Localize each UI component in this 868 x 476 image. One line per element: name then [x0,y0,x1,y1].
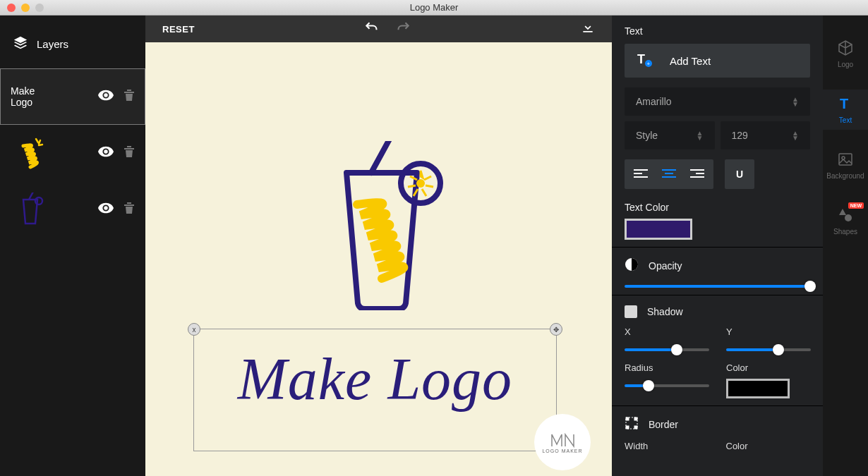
handle-delete[interactable]: x [188,323,200,336]
undo-button[interactable] [364,20,378,37]
style-label: Style [636,130,658,141]
layer-item-glass[interactable] [0,181,145,238]
size-select[interactable]: 129 ▲▼ [721,121,811,149]
layers-icon [13,35,28,53]
window-title: Logo Maker [410,2,459,13]
delete-layer-button[interactable] [123,202,135,217]
layer-item-scribble[interactable] [0,125,145,181]
svg-rect-10 [626,426,629,429]
svg-text:T: T [637,52,645,66]
opacity-slider[interactable] [625,285,810,288]
stepper-icon: ▲▼ [792,130,799,140]
svg-point-15 [845,214,852,221]
titlebar: Logo Maker [0,0,868,16]
add-text-label: Add Text [670,55,711,67]
opacity-label: Opacity [649,260,682,271]
stepper-icon: ▲▼ [792,97,799,106]
svg-text:T: T [840,96,848,111]
style-select[interactable]: Style ▲▼ [625,121,715,149]
underline-button[interactable]: U [725,159,754,189]
text-color-well[interactable] [625,219,692,240]
border-icon [625,416,639,432]
font-name: Amarillo [636,96,672,107]
svg-rect-11 [634,426,637,429]
add-text-icon: T+ [637,52,654,70]
shadow-label: Shadow [647,306,683,317]
align-center-button[interactable] [657,164,681,185]
redo-button[interactable] [397,20,411,37]
svg-point-2 [416,179,425,188]
layers-panel: Layers Make Logo [0,16,145,476]
align-group [625,159,713,189]
size-value: 129 [732,130,748,141]
shadow-y-label: Y [726,327,811,337]
zoom-window-button[interactable] [35,4,44,12]
layer-thumbnail [11,193,53,226]
shadow-checkbox[interactable] [625,305,637,318]
selection-box[interactable]: Make Logo x ✥ ⤢ [193,329,557,451]
svg-rect-13 [839,154,852,165]
reset-button[interactable]: RESET [162,24,195,35]
text-section-header: Text [625,25,810,37]
tab-background[interactable]: Background [823,145,868,185]
svg-point-0 [35,197,42,205]
stepper-icon: ▲▼ [697,130,704,140]
font-select[interactable]: Amarillo ▲▼ [625,87,810,116]
svg-text:+: + [647,61,651,67]
shadow-radius-slider[interactable] [625,384,709,387]
tab-logo[interactable]: Logo [823,34,868,74]
shadow-radius-label: Radius [625,362,709,373]
canvas[interactable]: Make Logo x ✥ ⤢ x LOGO MAKER [145,42,612,476]
handle-move[interactable]: ✥ [550,323,562,336]
shadow-y-slider[interactable] [726,348,811,351]
svg-rect-8 [626,417,629,420]
inspector-panel: Text T+ Add Text Amarillo ▲▼ Style ▲▼ 12… [612,16,823,476]
visibility-toggle[interactable] [98,146,114,160]
download-button[interactable] [581,20,595,37]
tab-text[interactable]: T Text [823,90,868,130]
minimize-window-button[interactable] [21,4,30,12]
shadow-x-slider[interactable] [625,348,709,351]
watermark-badge: LOGO MAKER [534,414,591,470]
add-text-button[interactable]: T+ Add Text [625,44,810,78]
opacity-icon [625,257,639,274]
tab-shapes[interactable]: NEW Shapes [823,201,868,241]
canvas-text[interactable]: Make Logo [194,329,556,413]
layers-header: Layers [0,16,145,68]
close-window-button[interactable] [7,4,16,12]
layers-title: Layers [37,38,68,50]
visibility-toggle[interactable] [98,202,114,216]
border-label: Border [649,419,678,430]
right-tabs: Logo T Text Background NEW Shapes [823,16,868,476]
delete-layer-button[interactable] [123,89,135,104]
layer-label: Make Logo [11,85,53,108]
delete-layer-button[interactable] [123,145,135,161]
shadow-color-well[interactable] [726,379,790,398]
visibility-toggle[interactable] [98,90,114,104]
text-color-label: Text Color [625,202,810,213]
shadow-color-label: Color [726,362,810,373]
watermark-label: LOGO MAKER [542,448,582,453]
svg-rect-9 [634,417,637,420]
shadow-x-label: X [625,327,709,337]
layer-thumbnail [11,136,53,170]
layer-item-text[interactable]: Make Logo [0,68,145,125]
canvas-toolbar: RESET [145,16,612,42]
border-color-label: Color [726,441,811,451]
align-left-button[interactable] [629,164,653,185]
align-right-button[interactable] [685,164,709,185]
center-pane: RESET [145,16,612,476]
canvas-art-glass[interactable] [322,141,449,310]
border-width-label: Width [625,441,709,451]
